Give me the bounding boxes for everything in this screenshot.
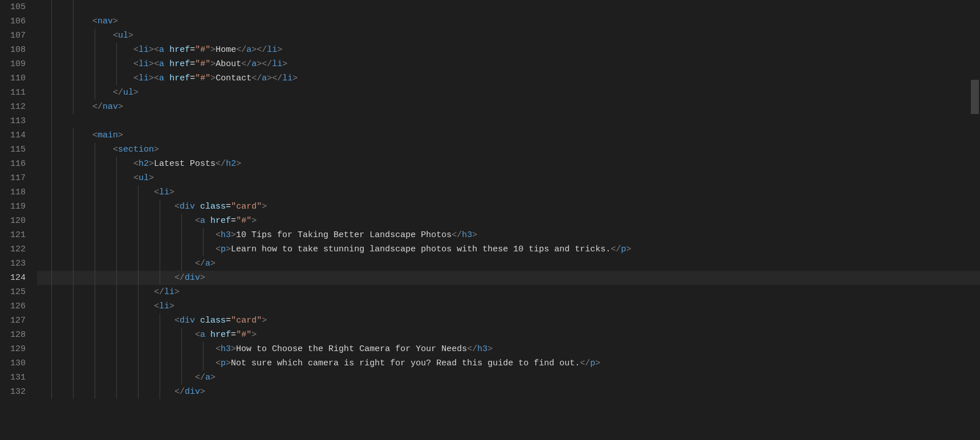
line-number[interactable]: 122 — [0, 242, 26, 256]
token-text: How to Choose the Right Camera for Your … — [236, 344, 467, 354]
code-line[interactable]: <h3>10 Tips for Taking Better Landscape … — [37, 228, 980, 242]
line-number[interactable]: 107 — [0, 28, 26, 43]
line-number[interactable]: 110 — [0, 71, 26, 85]
vertical-scrollbar[interactable] — [971, 0, 979, 440]
code-line[interactable]: <section> — [37, 142, 980, 157]
token-attr-value: "#" — [195, 45, 210, 55]
indent-whitespace — [51, 145, 113, 154]
indent-whitespace — [51, 373, 195, 382]
code-line[interactable]: </div> — [37, 271, 980, 285]
code-line[interactable]: </div> — [37, 385, 980, 399]
scrollbar-thumb[interactable] — [971, 80, 979, 114]
token-bracket: > — [210, 59, 215, 69]
line-number[interactable]: 124 — [0, 271, 26, 285]
code-line[interactable]: </ul> — [37, 85, 980, 100]
indent-whitespace — [51, 216, 195, 226]
line-number[interactable]: 127 — [0, 313, 26, 328]
line-number[interactable]: 113 — [0, 114, 26, 128]
token-bracket: > — [149, 45, 154, 55]
indent-whitespace — [51, 45, 133, 55]
code-line[interactable]: <p>Not sure which camera is right for yo… — [37, 356, 980, 370]
line-number[interactable]: 112 — [0, 100, 26, 114]
token-tag: a — [200, 216, 205, 226]
indent-whitespace — [51, 102, 92, 112]
token-text — [195, 202, 200, 211]
line-number[interactable]: 117 — [0, 171, 26, 185]
code-line[interactable]: <h2>Latest Posts</h2> — [37, 157, 980, 171]
token-bracket: < — [195, 216, 200, 226]
line-number[interactable]: 131 — [0, 370, 26, 385]
line-number[interactable]: 123 — [0, 256, 26, 271]
line-number[interactable]: 128 — [0, 328, 26, 342]
token-bracket: > — [226, 245, 231, 254]
code-line[interactable]: <ul> — [37, 28, 980, 43]
code-line[interactable]: <a href="#"> — [37, 214, 980, 228]
code-line[interactable]: <div class="card"> — [37, 313, 980, 328]
code-editor[interactable]: 1051061071081091101111121131141151161171… — [0, 0, 980, 440]
code-line[interactable]: <li><a href="#">Home</a></li> — [37, 43, 980, 57]
line-number[interactable]: 132 — [0, 385, 26, 399]
line-number[interactable]: 120 — [0, 214, 26, 228]
line-number-gutter[interactable]: 1051061071081091101111121131141151161171… — [0, 0, 37, 440]
code-line[interactable]: <li> — [37, 185, 980, 199]
line-content: <h3>10 Tips for Taking Better Landscape … — [51, 228, 477, 242]
line-number[interactable]: 125 — [0, 285, 26, 299]
indent-whitespace — [51, 259, 195, 268]
line-number[interactable]: 115 — [0, 142, 26, 157]
token-tag: li — [272, 59, 282, 69]
token-bracket: < — [154, 45, 159, 55]
token-bracket: > — [154, 145, 159, 154]
line-number[interactable]: 109 — [0, 57, 26, 71]
line-number[interactable]: 111 — [0, 85, 26, 100]
code-line[interactable]: </nav> — [37, 100, 980, 114]
line-number[interactable]: 105 — [0, 0, 26, 14]
token-bracket: </ — [452, 230, 462, 240]
code-line[interactable]: </li> — [37, 285, 980, 299]
code-line[interactable]: <a href="#"> — [37, 328, 980, 342]
code-line[interactable]: <main> — [37, 128, 980, 142]
line-number[interactable]: 130 — [0, 356, 26, 370]
code-line[interactable]: <div class="card"> — [37, 199, 980, 214]
line-content: <main> — [51, 128, 123, 142]
indent-whitespace — [51, 74, 133, 83]
code-line[interactable] — [37, 114, 980, 128]
token-bracket: > — [133, 88, 139, 97]
code-line[interactable]: <h3>How to Choose the Right Camera for Y… — [37, 342, 980, 356]
token-bracket: < — [92, 17, 97, 26]
token-tag: a — [262, 74, 267, 83]
line-content: <a href="#"> — [51, 328, 257, 342]
line-number[interactable]: 129 — [0, 342, 26, 356]
token-bracket: > — [210, 45, 215, 55]
token-bracket: </ — [251, 74, 262, 83]
line-content: <section> — [51, 142, 159, 157]
line-number[interactable]: 106 — [0, 14, 26, 28]
token-attr-value: "#" — [195, 74, 210, 83]
token-eq: = — [190, 45, 195, 55]
token-attr-name: class — [200, 316, 226, 325]
token-bracket: > — [292, 74, 298, 83]
token-eq: = — [190, 74, 195, 83]
line-number[interactable]: 114 — [0, 128, 26, 142]
line-number[interactable]: 108 — [0, 43, 26, 57]
code-line[interactable]: <li> — [37, 299, 980, 313]
token-tag: nav — [97, 17, 113, 26]
code-line[interactable]: </a> — [37, 256, 980, 271]
code-line[interactable]: </a> — [37, 370, 980, 385]
indent-whitespace — [51, 302, 154, 311]
code-line[interactable]: <li><a href="#">About</a></li> — [37, 57, 980, 71]
indent-whitespace — [51, 230, 215, 240]
code-line[interactable]: <ul> — [37, 171, 980, 185]
code-line[interactable] — [37, 0, 980, 14]
line-number[interactable]: 126 — [0, 299, 26, 313]
line-number[interactable]: 119 — [0, 199, 26, 214]
code-line[interactable]: <p>Learn how to take stunning landscape … — [37, 242, 980, 256]
line-number[interactable]: 121 — [0, 228, 26, 242]
code-line[interactable]: <li><a href="#">Contact</a></li> — [37, 71, 980, 85]
line-content: </li> — [51, 285, 180, 299]
token-bracket: </ — [154, 287, 164, 297]
token-attr-name: class — [200, 202, 226, 211]
line-number[interactable]: 116 — [0, 157, 26, 171]
code-line[interactable]: <nav> — [37, 14, 980, 28]
line-number[interactable]: 118 — [0, 185, 26, 199]
code-area[interactable]: <nav> <ul> <li><a href="#">Home</a></li>… — [37, 0, 980, 440]
